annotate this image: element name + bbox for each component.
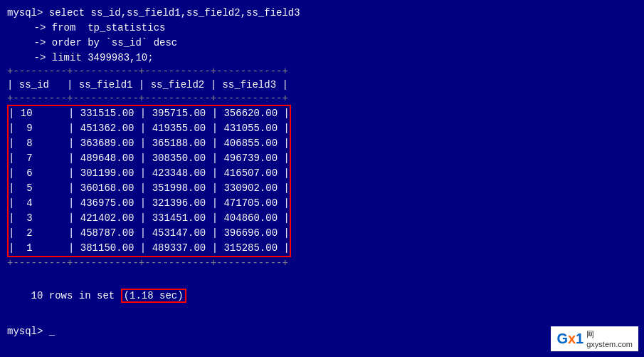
table-header-row: | ss_id | ss_field1 | ss_field2 | ss_fie… — [7, 78, 637, 93]
footer-border: +---------+-----------+-----------+-----… — [7, 257, 637, 269]
table-row: | 10 | 331515.00 | 395715.00 | 356620.00… — [9, 106, 290, 121]
table-row: | 8 | 363689.00 | 365188.00 | 406855.00 … — [9, 136, 290, 151]
watermark-logo: Gx1 — [556, 331, 584, 347]
table-row: | 6 | 301199.00 | 423348.00 | 416507.00 … — [9, 166, 290, 181]
table-row: | 3 | 421402.00 | 331451.00 | 404860.00 … — [9, 211, 290, 226]
next-prompt[interactable]: mysql> _ — [7, 323, 637, 341]
table-row: | 2 | 458787.00 | 453147.00 | 396696.00 … — [9, 226, 290, 241]
table-row: | 9 | 451362.00 | 419355.00 | 431055.00 … — [9, 121, 290, 136]
table-row: | 7 | 489648.00 | 308350.00 | 496739.00 … — [9, 151, 290, 166]
query-line1: mysql> select ss_id,ss_field1,ss_field2,… — [7, 6, 637, 21]
timing-badge: (1.18 sec) — [121, 289, 186, 303]
data-rows: | 10 | 331515.00 | 395715.00 | 356620.00… — [9, 106, 290, 256]
watermark: Gx1 网gxystem.com — [551, 326, 638, 351]
logo-1: 1 — [576, 331, 584, 346]
header-border-top: +---------+-----------+-----------+-----… — [7, 66, 637, 78]
watermark-text: 网gxystem.com — [586, 329, 633, 348]
table-row: | 1 | 381150.00 | 489337.00 | 315285.00 … — [9, 241, 290, 256]
result-text: 10 rows in set — [31, 290, 121, 301]
header-border-bottom: +---------+-----------+-----------+-----… — [7, 93, 637, 105]
terminal-window: mysql> select ss_id,ss_field1,ss_field2,… — [0, 0, 644, 357]
query-line3: -> order by `ss_id` desc — [7, 36, 637, 51]
result-line: 10 rows in set (1.18 sec) — [7, 269, 637, 323]
query-line2: -> from tp_statistics — [7, 21, 637, 36]
logo-g: G — [556, 331, 568, 346]
query-line4: -> limit 3499983,10; — [7, 51, 637, 66]
data-rows-box: | 10 | 331515.00 | 395715.00 | 356620.00… — [7, 105, 291, 257]
table-row: | 5 | 360168.00 | 351998.00 | 330902.00 … — [9, 181, 290, 196]
table-row: | 4 | 436975.00 | 321396.00 | 471705.00 … — [9, 196, 290, 211]
logo-x: x — [568, 331, 576, 346]
